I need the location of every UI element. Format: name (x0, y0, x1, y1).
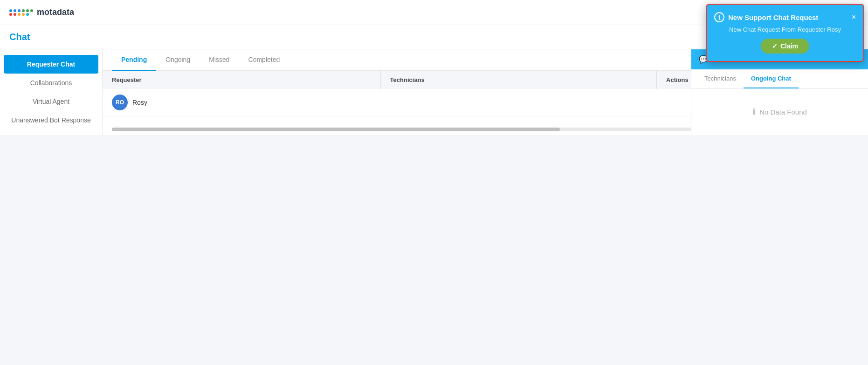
notification-header: ℹ New Support Chat Request × (714, 12, 856, 22)
logo-dot (9, 9, 12, 12)
notification-title: New Support Chat Request (728, 14, 818, 21)
avatar: RO (112, 95, 128, 110)
logo-dot (14, 13, 16, 16)
col-technicians: Technicians (380, 71, 656, 89)
chat-panel-body: ℹ No Data Found (691, 88, 868, 135)
logo-dot (26, 9, 29, 12)
requester-name: Rosy (132, 99, 147, 106)
requester-cell: RO Rosy (103, 89, 380, 116)
tab-missed[interactable]: Missed (200, 49, 239, 71)
logo-dot (26, 13, 29, 16)
logo-dot (22, 13, 25, 16)
sidebar-item-unanswered-bot[interactable]: Unanswered Bot Response (0, 111, 102, 129)
checkmark-icon: ✓ (772, 42, 778, 50)
logo: motadata (9, 7, 74, 17)
main-content: Pending Ongoing Missed Completed Request… (103, 49, 868, 135)
sidebar-item-collaborations[interactable]: Collaborations (0, 74, 102, 92)
notification-close-button[interactable]: × (852, 14, 856, 21)
logo-dot (18, 9, 21, 12)
sidebar-item-virtual-agent[interactable]: Virtual Agent (0, 92, 102, 111)
logo-dot (30, 9, 33, 12)
logo-icon (9, 9, 33, 16)
notification-title-row: ℹ New Support Chat Request (714, 12, 818, 22)
sidebar: Requester Chat Collaborations Virtual Ag… (0, 49, 103, 135)
col-requester: Requester (103, 71, 380, 89)
notification-popup: ℹ New Support Chat Request × New Chat Re… (706, 4, 864, 62)
tab-completed[interactable]: Completed (239, 49, 289, 71)
chat-panel-tab-technicians[interactable]: Technicians (697, 69, 744, 88)
notification-message: New Chat Request From Requester Rosy (714, 26, 856, 33)
logo-dot (14, 9, 16, 12)
claim-button[interactable]: ✓ Claim (761, 39, 809, 54)
tab-ongoing[interactable]: Ongoing (156, 49, 200, 71)
logo-dot (9, 13, 12, 16)
chat-panel-tabs: Technicians Ongoing Chat (691, 69, 868, 88)
logo-text: motadata (37, 7, 74, 17)
scrollbar-thumb[interactable] (112, 128, 560, 131)
content-area: Requester Chat Collaborations Virtual Ag… (0, 49, 868, 135)
no-data-message: No Data Found (759, 108, 807, 116)
logo-dot (18, 13, 21, 16)
tab-pending[interactable]: Pending (112, 49, 156, 71)
notification-info-icon: ℹ (714, 12, 724, 22)
sidebar-item-requester-chat[interactable]: Requester Chat (4, 55, 98, 74)
technicians-cell (380, 89, 656, 116)
info-icon: ℹ (752, 107, 756, 117)
chat-panel: 💬 Chat × Technicians Ongoing Chat ℹ No D… (691, 49, 868, 135)
logo-dot (22, 9, 25, 12)
chat-panel-tab-ongoing[interactable]: Ongoing Chat (744, 69, 799, 88)
